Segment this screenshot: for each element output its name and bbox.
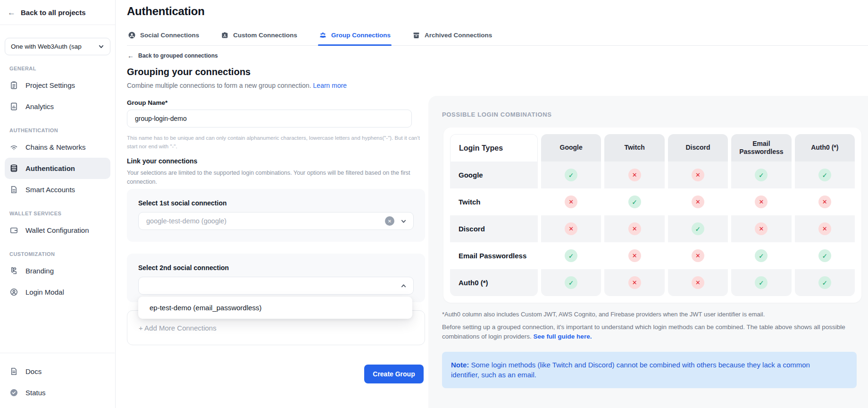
chevron-up-icon[interactable]	[401, 283, 407, 289]
combo-cell: ✓	[731, 162, 791, 188]
check-icon: ✓	[565, 169, 577, 181]
back-to-projects-link[interactable]: ← Back to all projects	[0, 0, 115, 25]
combo-cell: ✕	[541, 215, 601, 242]
back-arrow-icon: ←	[8, 8, 16, 17]
combo-column-header: Email Passwordless	[731, 134, 791, 162]
combinations-title: POSSIBLE LOGIN COMBINATIONS	[442, 111, 868, 118]
sidebar-item-wallet-configuration[interactable]: Wallet Configuration	[5, 220, 110, 241]
check-icon: ✓	[565, 249, 577, 262]
select-1st-connection[interactable]: google-test-demo (google) ✕	[138, 212, 414, 230]
combo-column-header: Auth0 (*)	[795, 134, 855, 162]
chart-icon	[9, 102, 18, 111]
full-guide-link[interactable]: See full guide here.	[534, 333, 592, 340]
clear-selection-icon[interactable]: ✕	[385, 216, 394, 226]
combo-table: Login TypesGoogleTwitchDiscordEmail Pass…	[450, 134, 855, 296]
tab-label: Archived Connections	[425, 32, 492, 39]
docs-icon	[9, 367, 18, 376]
project-selector-dropdown[interactable]: One with Web3Auth (sap	[5, 38, 110, 55]
grouping-heading: Grouping your connections	[127, 67, 250, 77]
cross-icon: ✕	[692, 249, 704, 262]
sidebar-item-label: Smart Accounts	[25, 186, 75, 194]
tab-label: Group Connections	[331, 32, 391, 39]
check-icon: ✓	[755, 276, 768, 289]
tab-group-connections[interactable]: Group Connections	[318, 28, 392, 45]
combinations-description-text: Before setting up a grouped connection, …	[442, 323, 845, 340]
sidebar-item-authentication[interactable]: Authentication	[5, 158, 110, 179]
sidebar-item-branding[interactable]: Branding	[5, 260, 110, 281]
combo-row-label: Twitch	[450, 188, 538, 215]
sidebar-section-general: GENERAL	[9, 66, 106, 71]
back-to-grouped-connections-link[interactable]: ← Back to grouped connections	[127, 52, 218, 59]
tab-social-connections[interactable]: Social Connections	[127, 28, 200, 45]
first-connection-card: Select 1st social connection google-test…	[127, 189, 425, 242]
combo-cell: ✕	[668, 269, 728, 296]
brush-icon	[9, 266, 18, 275]
cross-icon: ✕	[628, 222, 641, 235]
check-icon: ✓	[818, 169, 831, 181]
combinations-table-card: Login TypesGoogleTwitchDiscordEmail Pass…	[443, 128, 861, 303]
group-name-help: This name has to be unique and can only …	[127, 134, 424, 151]
note-box: Note: Some login methods (like Twitch an…	[442, 352, 857, 389]
combo-cell: ✕	[795, 188, 855, 215]
cross-icon: ✕	[755, 196, 768, 208]
back-to-grouped-label: Back to grouped connections	[138, 52, 218, 59]
sidebar-item-docs[interactable]: Docs	[5, 361, 110, 382]
check-icon: ✓	[818, 276, 831, 289]
add-more-connections-button[interactable]: + Add More Connections	[139, 324, 217, 332]
sidebar-section-customization: CUSTOMIZATION	[9, 251, 106, 257]
combo-cell: ✕	[604, 215, 664, 242]
combo-column-header: Twitch	[604, 134, 664, 162]
page-title: Authentication	[127, 5, 205, 18]
sidebar-footer: Docs Status	[0, 353, 115, 408]
select-2nd-connection[interactable]	[138, 277, 414, 295]
sidebar-item-smart-accounts[interactable]: Smart Accounts	[5, 179, 110, 200]
sidebar-item-label: Status	[25, 389, 46, 397]
note-label: Note:	[451, 361, 469, 369]
group-name-input[interactable]	[127, 110, 412, 128]
login-combinations-panel: POSSIBLE LOGIN COMBINATIONS Login TypesG…	[428, 96, 868, 408]
select-1st-label: Select 1st social connection	[138, 199, 414, 207]
combo-column-header: Discord	[668, 134, 728, 162]
learn-more-link[interactable]: Learn more	[313, 82, 347, 89]
combo-cell: ✓	[795, 162, 855, 188]
sidebar-section-wallet-services: WALLET SERVICES	[9, 211, 106, 216]
user-circle-icon	[9, 288, 18, 297]
link-connections-heading: Link your connections	[127, 157, 197, 165]
sidebar: ← Back to all projects One with Web3Auth…	[0, 0, 116, 408]
sidebar-item-project-settings[interactable]: Project Settings	[5, 75, 110, 96]
note-text: Note: Some login methods (like Twitch an…	[451, 360, 814, 381]
combo-row-label: Email Passwordless	[450, 242, 538, 269]
tab-archived-connections[interactable]: Archived Connections	[411, 28, 493, 45]
wallet-icon	[9, 226, 18, 235]
combo-cell: ✕	[541, 188, 601, 215]
check-icon: ✓	[565, 276, 577, 289]
grouping-subheading-text: Combine multiple connections to form a n…	[127, 82, 311, 89]
sidebar-item-label: Chains & Networks	[25, 143, 86, 151]
combo-cell: ✓	[604, 188, 664, 215]
sidebar-item-login-modal[interactable]: Login Modal	[5, 281, 110, 303]
dropdown-option-ep-test-demo[interactable]: ep-test-demo (email_passwordless)	[150, 304, 262, 312]
combo-cell: ✕	[604, 269, 664, 296]
sidebar-item-label: Login Modal	[25, 288, 64, 296]
tab-label: Custom Connections	[233, 32, 297, 39]
auth0-footnote: *Auth0 column also includes Custom JWT, …	[442, 311, 857, 318]
database-stack-icon	[9, 164, 18, 173]
sidebar-item-status[interactable]: Status	[5, 382, 110, 403]
link-connections-description: Your selections are limited to the suppo…	[127, 169, 434, 187]
user-circle-icon	[128, 31, 136, 39]
document-icon	[9, 185, 18, 194]
cross-icon: ✕	[692, 169, 704, 181]
combo-cell: ✓	[541, 242, 601, 269]
tab-custom-connections[interactable]: Custom Connections	[220, 28, 298, 45]
chevron-down-icon[interactable]	[401, 218, 407, 224]
sidebar-item-label: Analytics	[25, 102, 54, 110]
sidebar-item-analytics[interactable]: Analytics	[5, 96, 110, 117]
combo-cell: ✕	[731, 215, 791, 242]
cross-icon: ✕	[628, 249, 641, 262]
check-icon: ✓	[628, 196, 641, 208]
create-group-button[interactable]: Create Group	[364, 365, 424, 383]
check-icon: ✓	[692, 222, 704, 235]
sidebar-item-chains-networks[interactable]: Chains & Networks	[5, 136, 110, 158]
cross-icon: ✕	[755, 222, 768, 235]
combo-cell: ✓	[731, 269, 791, 296]
